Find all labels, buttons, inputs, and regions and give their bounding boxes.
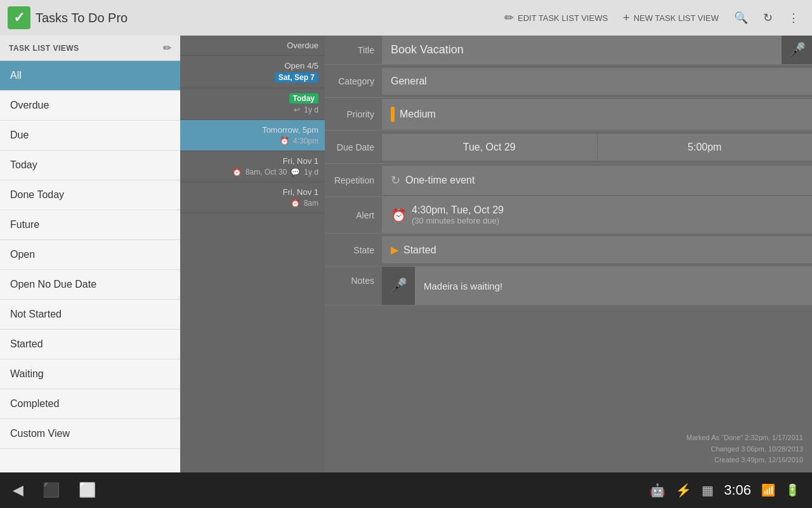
back-button[interactable]: ◀: [13, 482, 23, 498]
state-label: State: [325, 245, 382, 255]
list-item-today-task[interactable]: Today ↩ 1y d: [180, 88, 325, 120]
alert-label: Alert: [325, 210, 382, 220]
alarm-icon-2: ⏰: [232, 168, 242, 177]
today-badge: Today: [289, 93, 318, 104]
sidebar: TASK LIST VIEWS ✏ All Overdue Due Today …: [0, 36, 180, 472]
new-task-list-view-label: NEW TASK LIST VIEW: [634, 13, 719, 23]
notes-row: Notes 🎤 Madeira is waiting!: [325, 267, 812, 305]
edit-task-list-views-button[interactable]: ✏ EDIT TASK LIST VIEWS: [499, 7, 613, 29]
repetition-value[interactable]: ↻ One-time event: [382, 166, 812, 195]
top-bar: ✓ Tasks To Do Pro ✏ EDIT TASK LIST VIEWS…: [0, 0, 812, 36]
repetition-row: Repetition ↻ One-time event: [325, 164, 812, 197]
sidebar-item-completed[interactable]: Completed: [0, 389, 180, 419]
priority-indicator: [391, 107, 395, 122]
grid-icon: ▦: [702, 483, 714, 498]
state-row: State ▶ Started: [325, 234, 812, 267]
notes-value[interactable]: 🎤 Madeira is waiting!: [382, 267, 812, 305]
sidebar-item-all[interactable]: All: [0, 61, 180, 91]
priority-value[interactable]: Medium: [382, 99, 812, 130]
date-badge: Sat, Sep 7: [275, 72, 318, 83]
comment-icon: 💬: [291, 168, 300, 177]
due-date-date[interactable]: Tue, Oct 29: [382, 134, 598, 161]
alert-row: Alert ⏰ 4:30pm, Tue, Oct 29 (30 minutes …: [325, 197, 812, 234]
state-value[interactable]: ▶ Started: [382, 236, 812, 264]
sidebar-item-custom-view[interactable]: Custom View: [0, 419, 180, 449]
home-button[interactable]: ⬛: [43, 482, 60, 498]
notes-label: Notes: [325, 267, 382, 286]
bottom-navigation-bar: ◀ ⬛ ⬜ 🤖 ⚡ ▦ 3:06 📶 🔋: [0, 472, 812, 508]
due-date-row: Due Date Tue, Oct 29 5:00pm: [325, 131, 812, 164]
refresh-icon: ↻: [763, 11, 773, 25]
alarm-icon-detail: ⏰: [391, 208, 407, 223]
search-button[interactable]: 🔍: [729, 7, 753, 29]
sidebar-edit-icon[interactable]: ✏: [163, 42, 171, 54]
sidebar-header-label: TASK LIST VIEWS: [9, 44, 79, 53]
android-icon: 🤖: [650, 483, 665, 498]
status-icons: 🤖 ⚡ ▦ 3:06 📶 🔋: [650, 482, 799, 498]
sidebar-item-future[interactable]: Future: [0, 210, 180, 240]
category-label: Category: [325, 76, 382, 86]
repeat-icon-detail: ↻: [391, 173, 400, 187]
list-item-fri-nov1-a[interactable]: Fri, Nov 1 ⏰ 8am, Oct 30 💬 1y d: [180, 151, 325, 182]
marked-done-timestamp: Marked As "Done" 2:32pm, 1/17/2011: [334, 432, 803, 444]
list-item-fri-nov1-b[interactable]: Fri, Nov 1 ⏰ 8am: [180, 182, 325, 213]
mic-button[interactable]: 🎤: [382, 267, 415, 305]
repeat-icon: ↩: [294, 105, 300, 114]
app-title: Tasks To Do Pro: [36, 11, 494, 25]
task-list-panel: Overdue Open 4/5 Sat, Sep 7 Today ↩ 1y d…: [180, 36, 325, 472]
sidebar-item-started[interactable]: Started: [0, 330, 180, 359]
due-date-label: Due Date: [325, 142, 382, 152]
clock-display: 3:06: [724, 482, 751, 498]
repetition-label: Repetition: [325, 175, 382, 185]
sidebar-item-overdue[interactable]: Overdue: [0, 91, 180, 121]
list-item-overdue[interactable]: Overdue: [180, 36, 325, 56]
created-timestamp: Created 3:49pm, 12/16/2010: [334, 455, 803, 466]
app-logo: ✓: [8, 6, 30, 29]
battery-icon: 🔋: [785, 483, 799, 497]
main-content: TASK LIST VIEWS ✏ All Overdue Due Today …: [0, 36, 812, 472]
due-date-time[interactable]: 5:00pm: [598, 134, 813, 161]
alarm-icon: ⏰: [280, 137, 289, 145]
sidebar-item-due[interactable]: Due: [0, 121, 180, 150]
priority-row: Priority Medium: [325, 98, 812, 131]
alert-value[interactable]: ⏰ 4:30pm, Tue, Oct 29 (30 minutes before…: [382, 197, 812, 233]
list-item-open4of5[interactable]: Open 4/5 Sat, Sep 7: [180, 56, 325, 88]
more-icon: ⋮: [788, 11, 799, 25]
usb-icon: ⚡: [676, 483, 691, 498]
refresh-button[interactable]: ↻: [758, 7, 778, 29]
sidebar-item-open-no-due-date[interactable]: Open No Due Date: [0, 270, 180, 300]
pencil-icon: ✏: [504, 11, 514, 25]
title-value[interactable]: Book Vacation: [382, 36, 782, 64]
edit-task-list-views-label: EDIT TASK LIST VIEWS: [518, 13, 608, 23]
voice-button-title[interactable]: 🎤: [782, 36, 812, 64]
detail-footer: Marked As "Done" 2:32pm, 1/17/2011 Chang…: [325, 426, 812, 472]
sidebar-header: TASK LIST VIEWS ✏: [0, 36, 180, 61]
alarm-icon-3: ⏰: [291, 199, 300, 208]
priority-label: Priority: [325, 109, 382, 119]
category-value[interactable]: General: [382, 68, 812, 95]
more-menu-button[interactable]: ⋮: [783, 7, 804, 29]
sidebar-item-waiting[interactable]: Waiting: [0, 359, 180, 389]
changed-timestamp: Changed 3:06pm, 10/28/2013: [334, 444, 803, 455]
title-row: Title Book Vacation 🎤: [325, 36, 812, 65]
new-task-list-view-button[interactable]: + NEW TASK LIST VIEW: [618, 8, 724, 29]
due-date-value: Tue, Oct 29 5:00pm: [382, 134, 812, 161]
plus-icon: +: [623, 11, 630, 25]
wifi-icon: 📶: [761, 483, 775, 497]
recents-button[interactable]: ⬜: [79, 482, 96, 498]
play-icon: ▶: [391, 244, 398, 256]
sidebar-item-not-started[interactable]: Not Started: [0, 300, 180, 330]
sidebar-item-done-today[interactable]: Done Today: [0, 180, 180, 210]
title-label: Title: [325, 36, 382, 64]
list-item-tomorrow[interactable]: Tomorrow, 5pm ⏰ 4:30pm: [180, 120, 325, 151]
sidebar-item-open[interactable]: Open: [0, 240, 180, 270]
search-icon: 🔍: [734, 11, 748, 25]
nav-icons: ◀ ⬛ ⬜: [13, 482, 96, 498]
task-detail-panel: Title Book Vacation 🎤 Category General P…: [325, 36, 812, 472]
notes-text: Madeira is waiting!: [415, 272, 511, 300]
category-row: Category General: [325, 65, 812, 98]
sidebar-item-today[interactable]: Today: [0, 150, 180, 180]
